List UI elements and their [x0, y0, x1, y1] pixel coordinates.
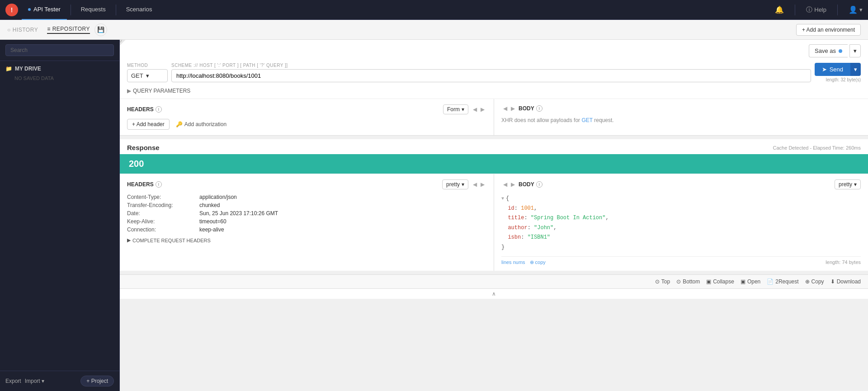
response-body-panel: ◀ ▶ BODY i pretty ▾ ▼{ id: [494, 174, 868, 271]
response-header-row: Response Cache Detected - Elapsed Time: … [120, 139, 868, 154]
response-headers-nav-right-button[interactable]: ▶ [479, 180, 486, 188]
headers-info-icon[interactable]: i [156, 106, 162, 113]
response-headers-pretty-dropdown[interactable]: pretty ▾ [442, 179, 468, 189]
copy-label: copy [535, 259, 546, 265]
header-key-connection: Connection: [127, 226, 199, 233]
headers-label: HEADERS [127, 106, 154, 113]
headers-nav-left-button[interactable]: ◀ [471, 105, 479, 113]
response-headers-info-icon[interactable]: i [156, 181, 162, 188]
download-button[interactable]: ⬇ Download [830, 278, 861, 285]
cache-info: Cache Detected - Elapsed Time: 260ms [773, 145, 861, 151]
query-params-row[interactable]: ▶ QUERY PARAMETERS [120, 85, 868, 99]
download-icon: ⬇ [830, 278, 835, 285]
method-label: METHOD [127, 63, 168, 68]
send-button[interactable]: ➤ Send [815, 63, 850, 76]
save-as-label: Save as [815, 47, 836, 54]
chevron-up-icon: ∧ [492, 291, 496, 297]
body-nav-arrows: ◀ ▶ [501, 104, 517, 113]
response-body-nav-left-button[interactable]: ◀ [501, 180, 509, 188]
form-chevron-icon: ▾ [462, 106, 464, 113]
nav-tab-api-tester-label: API Tester [33, 6, 61, 13]
body-panel: ◀ ▶ BODY i XHR does not allow payloads f… [494, 99, 868, 135]
response-body-nav-right-button[interactable]: ▶ [509, 180, 517, 188]
method-select[interactable]: GET ▾ [127, 69, 168, 82]
repository-button[interactable]: ≡ REPOSITORY [47, 26, 90, 34]
copy-toolbar-label: Copy [811, 278, 824, 285]
copy-toolbar-button[interactable]: ⊕ Copy [805, 278, 824, 285]
collapse-button[interactable]: ▣ Collapse [706, 278, 734, 285]
bottom-button[interactable]: ⊙ Bottom [676, 278, 700, 285]
my-drive-header[interactable]: 📁 MY DRIVE [5, 66, 114, 72]
nav-tab-requests[interactable]: Requests [75, 0, 112, 20]
byte-length-label: length: 32 byte(s) [826, 77, 861, 82]
query-params-label: QUERY PARAMETERS [133, 88, 190, 94]
response-title: Response [127, 144, 160, 151]
add-header-button[interactable]: + Add header [127, 119, 170, 130]
headers-body-section: HEADERS i Form ▾ ◀ ▶ [120, 99, 868, 135]
nav-tab-api-tester[interactable]: API Tester [22, 0, 67, 20]
response-panels: HEADERS i pretty ▾ ◀ ▶ [120, 174, 868, 271]
response-body-info-icon[interactable]: i [536, 181, 542, 188]
form-dropdown[interactable]: Form ▾ [443, 104, 468, 114]
export-button[interactable]: Export [5, 378, 21, 384]
response-body-chevron-icon: ▾ [854, 181, 857, 188]
import-button[interactable]: Import ▾ [25, 378, 44, 384]
response-section: Response Cache Detected - Elapsed Time: … [120, 139, 868, 271]
get-method-link: GET [581, 117, 592, 123]
response-headers-panel: HEADERS i pretty ▾ ◀ ▶ [120, 174, 494, 271]
send-arrow-icon: ➤ [822, 66, 827, 73]
complete-headers-label: COMPLETE REQUEST HEADERS [132, 238, 211, 243]
key-icon: 🔑 [176, 121, 183, 127]
headers-panel: HEADERS i Form ▾ ◀ ▶ [120, 99, 494, 135]
request-panel: DRAFT Save as ▾ METHOD GET ▾ [120, 40, 868, 136]
history-button[interactable]: ○ HISTORY [7, 27, 38, 33]
headers-nav-right-button[interactable]: ▶ [479, 105, 486, 113]
url-input[interactable] [171, 69, 811, 82]
copy-icon: ⊕ [530, 259, 534, 265]
method-value: GET [131, 72, 143, 79]
body-nav-left-button[interactable]: ◀ [501, 104, 509, 113]
top-button[interactable]: ⊙ Top [655, 278, 670, 285]
response-body-pretty-dropdown[interactable]: pretty ▾ [835, 179, 861, 189]
history-label: HISTORY [13, 27, 38, 33]
collapse-icon: ▣ [706, 278, 711, 285]
account-menu[interactable]: 👤 ▾ [849, 5, 863, 14]
add-environment-button[interactable]: + Add an environment [796, 24, 861, 36]
nav-divider-2 [116, 5, 116, 15]
response-body-nav-arrows: ◀ ▶ [501, 180, 517, 188]
json-collapse-button[interactable]: ▼ [501, 196, 504, 201]
status-code: 200 [129, 159, 144, 169]
response-headers-panel-header: HEADERS i pretty ▾ ◀ ▶ [127, 179, 486, 189]
response-headers-nav-left-button[interactable]: ◀ [471, 180, 479, 188]
body-nav-right-button[interactable]: ▶ [509, 104, 517, 113]
body-panel-title: ◀ ▶ BODY i [501, 104, 542, 113]
headers-panel-title: HEADERS i [127, 106, 162, 113]
lines-nums-label: lines nums [501, 259, 525, 265]
open-label: Open [747, 278, 760, 285]
response-headers-pretty-label: pretty [446, 181, 460, 188]
project-button[interactable]: + Project [80, 376, 114, 386]
body-info-icon[interactable]: i [536, 105, 542, 112]
open-button[interactable]: ▣ Open [741, 278, 760, 285]
method-group: METHOD GET ▾ [127, 63, 168, 82]
bottom-chevron[interactable]: ∧ [120, 288, 868, 299]
search-input[interactable] [5, 44, 114, 56]
notification-icon[interactable]: 🔔 [775, 5, 784, 14]
send-dropdown-button[interactable]: ▾ [850, 63, 861, 76]
repository-label: REPOSITORY [52, 26, 90, 32]
response-body-pretty-label: pretty [839, 181, 852, 188]
nav-tab-scenarios[interactable]: Scenarios [120, 0, 159, 20]
save-as-button[interactable]: Save as [809, 44, 848, 57]
complete-request-headers-link[interactable]: ▶ COMPLETE REQUEST HEADERS [127, 237, 486, 243]
app-icon: ! [5, 4, 18, 16]
save-shortcut-button[interactable]: 💾 [94, 24, 107, 36]
response-body-title: ◀ ▶ BODY i [501, 180, 542, 188]
nav-right-area: 🔔 ⓘ Help 👤 ▾ [775, 5, 863, 15]
help-button[interactable]: ⓘ Help [806, 6, 826, 14]
header-key-date: Date: [127, 210, 199, 217]
add-auth-button[interactable]: 🔑 Add authorization [176, 121, 226, 127]
copy-body-button[interactable]: ⊕ copy [530, 259, 546, 265]
save-as-dropdown-button[interactable]: ▾ [849, 44, 861, 57]
lines-nums-button[interactable]: lines nums [501, 259, 525, 265]
2request-button[interactable]: 📄 2Request [767, 278, 798, 285]
